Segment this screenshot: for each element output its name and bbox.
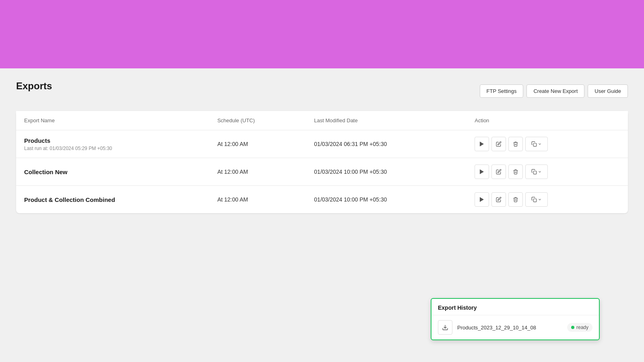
edit-icon xyxy=(496,197,502,202)
chevron-down-icon xyxy=(538,170,542,174)
delete-button-row2[interactable] xyxy=(508,192,523,207)
export-history-dropdown: Export History Products_2023_12_29_10_14… xyxy=(431,298,600,340)
exports-table: Export Name Schedule (UTC) Last Modified… xyxy=(16,111,628,213)
action-buttons-row0 xyxy=(475,137,620,151)
edit-button-row2[interactable] xyxy=(491,192,506,207)
run-button-row0[interactable] xyxy=(475,137,489,151)
edit-icon xyxy=(496,141,502,147)
svg-rect-1 xyxy=(533,171,537,174)
ready-status: ready xyxy=(576,325,588,330)
schedule-cell: At 12:00 AM xyxy=(209,186,306,214)
user-guide-button[interactable]: User Guide xyxy=(588,84,628,98)
header-buttons: FTP Settings Create New Export User Guid… xyxy=(480,84,628,98)
table-header-row: Export Name Schedule (UTC) Last Modified… xyxy=(16,111,628,130)
play-icon xyxy=(480,169,484,174)
copy-icon xyxy=(531,197,537,202)
history-filename: Products_2023_12_29_10_14_08 xyxy=(457,325,562,331)
download-button[interactable] xyxy=(438,320,452,335)
last-modified-cell: 01/03/2024 06:31 PM +05:30 xyxy=(306,130,466,158)
last-modified-cell: 01/03/2024 10:00 PM +05:30 xyxy=(306,186,466,214)
export-name-cell: Product & Collection Combined xyxy=(16,186,209,214)
delete-button-row0[interactable] xyxy=(508,137,523,151)
ready-badge: ready xyxy=(567,323,592,332)
play-icon xyxy=(480,142,484,146)
action-cell xyxy=(466,158,628,186)
schedule-cell: At 12:00 AM xyxy=(209,130,306,158)
edit-button-row0[interactable] xyxy=(491,137,506,151)
create-new-export-button[interactable]: Create New Export xyxy=(526,84,584,98)
ftp-settings-button[interactable]: FTP Settings xyxy=(480,84,524,98)
export-name-label: Collection New xyxy=(24,169,201,175)
table-row: Products Last run at: 01/03/2024 05:29 P… xyxy=(16,130,628,158)
col-schedule: Schedule (UTC) xyxy=(209,111,306,130)
ready-dot-icon xyxy=(571,326,574,329)
action-buttons-row2 xyxy=(475,192,620,207)
purple-header-bg xyxy=(0,0,644,68)
run-button-row1[interactable] xyxy=(475,165,489,179)
edit-icon xyxy=(496,169,502,175)
copy-icon xyxy=(531,141,537,147)
export-history-item: Products_2023_12_29_10_14_08 ready xyxy=(431,315,599,339)
table-row: Collection New At 12:00 AM 01/03/2024 10… xyxy=(16,158,628,186)
exports-table-container: Export Name Schedule (UTC) Last Modified… xyxy=(16,111,628,213)
copy-dropdown-button-row1[interactable] xyxy=(525,165,548,179)
export-history-title: Export History xyxy=(431,299,599,315)
trash-icon xyxy=(513,141,518,147)
trash-icon xyxy=(513,169,518,175)
page-header: Exports FTP Settings Create New Export U… xyxy=(16,80,628,101)
action-cell xyxy=(466,130,628,158)
schedule-cell: At 12:00 AM xyxy=(209,158,306,186)
col-export-name: Export Name xyxy=(16,111,209,130)
trash-icon xyxy=(513,197,518,202)
export-name-label: Products xyxy=(24,137,201,144)
export-name-cell: Collection New xyxy=(16,158,209,186)
col-action: Action xyxy=(466,111,628,130)
delete-button-row1[interactable] xyxy=(508,165,523,179)
chevron-down-icon xyxy=(538,197,542,202)
download-icon xyxy=(442,324,448,331)
copy-dropdown-button-row0[interactable] xyxy=(525,137,548,151)
svg-rect-0 xyxy=(533,143,537,146)
export-name-cell: Products Last run at: 01/03/2024 05:29 P… xyxy=(16,130,209,158)
play-icon xyxy=(480,197,484,202)
svg-rect-2 xyxy=(533,199,537,202)
action-cell xyxy=(466,186,628,214)
copy-icon xyxy=(531,169,537,175)
main-content: Exports FTP Settings Create New Export U… xyxy=(0,68,644,362)
chevron-down-icon xyxy=(538,142,542,146)
page-title: Exports xyxy=(16,80,52,92)
export-last-run: Last run at: 01/03/2024 05:29 PM +05:30 xyxy=(24,146,201,151)
action-buttons-row1 xyxy=(475,165,620,179)
run-button-row2[interactable] xyxy=(475,192,489,207)
col-last-modified: Last Modified Date xyxy=(306,111,466,130)
table-row: Product & Collection Combined At 12:00 A… xyxy=(16,186,628,214)
last-modified-cell: 01/03/2024 10:00 PM +05:30 xyxy=(306,158,466,186)
edit-button-row1[interactable] xyxy=(491,165,506,179)
copy-dropdown-button-row2[interactable] xyxy=(525,192,548,207)
export-name-label: Product & Collection Combined xyxy=(24,196,201,203)
